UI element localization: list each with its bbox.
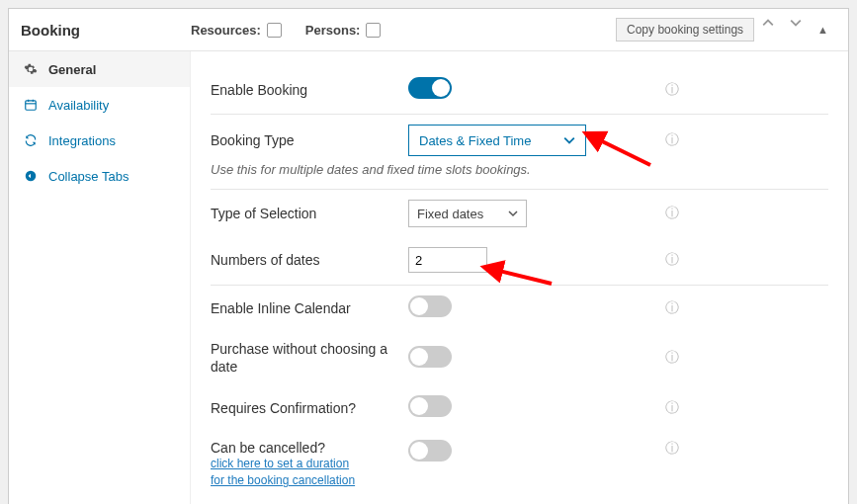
label-type-of-selection: Type of Selection (211, 206, 408, 221)
input-numbers-of-dates[interactable] (408, 247, 487, 273)
panel-topbar: Booking Resources: Persons: Copy booking… (9, 9, 848, 51)
panel-title: Booking (21, 22, 191, 39)
label-purchase-without-date: Purchase without choosing a date (211, 340, 408, 376)
row-enable-inline-calendar: Enable Inline Calendar ⓘ (211, 286, 828, 330)
label-enable-booking: Enable Booking (211, 82, 408, 98)
help-icon[interactable]: ⓘ (665, 131, 679, 147)
resources-checkbox-wrap: Resources: (191, 23, 282, 38)
collapse-panel-button[interactable]: ▲ (810, 24, 836, 36)
booking-type-hint: Use this for multiple dates and fixed ti… (211, 162, 828, 190)
label-booking-type: Booking Type (211, 132, 408, 148)
link-set-cancel-duration-2[interactable]: for the booking cancellation (211, 472, 408, 489)
arrow-annotation (586, 130, 655, 173)
collapse-icon (23, 168, 39, 184)
booking-panel: Booking Resources: Persons: Copy booking… (8, 8, 849, 504)
row-type-of-selection: Type of Selection Fixed dates ⓘ (211, 190, 828, 237)
help-icon[interactable]: ⓘ (665, 349, 679, 365)
svg-line-5 (596, 138, 650, 165)
label-enable-inline-calendar: Enable Inline Calendar (211, 300, 408, 316)
persons-checkbox[interactable] (366, 23, 381, 38)
row-can-be-cancelled: Can be cancelled? click here to set a du… (211, 430, 828, 499)
label-can-be-cancelled-text: Can be cancelled? (211, 440, 325, 456)
select-booking-type-value: Dates & Fixed Time (419, 133, 531, 148)
sidebar-item-general[interactable]: General (9, 51, 190, 87)
chevron-down-icon (508, 209, 518, 218)
persons-label: Persons: (305, 23, 361, 38)
help-icon[interactable]: ⓘ (665, 440, 679, 456)
chevron-up-icon (762, 17, 774, 29)
sidebar-item-label: Collapse Tabs (48, 169, 129, 184)
row-purchase-without-date: Purchase without choosing a date ⓘ (211, 330, 828, 385)
refresh-icon (23, 132, 39, 148)
sidebar-item-collapse-tabs[interactable]: Collapse Tabs (9, 158, 190, 194)
help-icon[interactable]: ⓘ (665, 251, 679, 267)
row-requires-confirmation: Requires Confirmation? ⓘ (211, 385, 828, 430)
label-numbers-of-dates: Numbers of dates (211, 252, 408, 268)
toggle-enable-booking[interactable] (408, 77, 452, 99)
panel-body: General Availability Integrations Collap… (9, 51, 848, 504)
sort-down-button[interactable] (782, 17, 810, 42)
persons-checkbox-wrap: Persons: (305, 23, 382, 38)
row-booking-type: Booking Type Dates & Fixed Time ⓘ (211, 115, 828, 166)
chevron-down-icon (790, 17, 802, 29)
sort-up-button[interactable] (754, 17, 782, 42)
resources-checkbox[interactable] (267, 23, 282, 38)
chevron-down-icon (563, 134, 575, 146)
svg-line-6 (495, 270, 552, 284)
sidebar-item-label: Availability (48, 98, 109, 113)
svg-rect-0 (26, 101, 37, 110)
sidebar: General Availability Integrations Collap… (9, 51, 191, 504)
gear-icon (23, 61, 39, 77)
sidebar-item-availability[interactable]: Availability (9, 87, 190, 123)
select-type-of-selection-value: Fixed dates (417, 207, 483, 221)
toggle-can-be-cancelled[interactable] (408, 440, 452, 462)
main-settings: Enable Booking ⓘ Booking Type Dates & Fi… (191, 51, 848, 504)
sidebar-item-integrations[interactable]: Integrations (9, 123, 190, 158)
arrow-annotation (487, 264, 557, 292)
help-icon[interactable]: ⓘ (665, 399, 679, 415)
help-icon[interactable]: ⓘ (665, 205, 679, 220)
help-icon[interactable]: ⓘ (665, 299, 679, 315)
toggle-purchase-without-date[interactable] (408, 346, 452, 368)
copy-booking-settings-button[interactable]: Copy booking settings (616, 18, 754, 42)
select-booking-type[interactable]: Dates & Fixed Time (408, 125, 586, 156)
toggle-requires-confirmation[interactable] (408, 395, 452, 417)
sidebar-item-label: General (48, 62, 96, 77)
sidebar-item-label: Integrations (48, 133, 116, 148)
link-set-cancel-duration[interactable]: click here to set a duration (211, 456, 408, 472)
toggle-enable-inline-calendar[interactable] (408, 295, 452, 317)
row-enable-booking: Enable Booking ⓘ (211, 67, 828, 115)
calendar-icon (23, 97, 39, 113)
resources-label: Resources: (191, 23, 261, 38)
select-type-of-selection[interactable]: Fixed dates (408, 200, 527, 227)
label-requires-confirmation: Requires Confirmation? (211, 400, 408, 416)
help-icon[interactable]: ⓘ (665, 81, 679, 97)
label-can-be-cancelled: Can be cancelled? click here to set a du… (211, 440, 408, 489)
